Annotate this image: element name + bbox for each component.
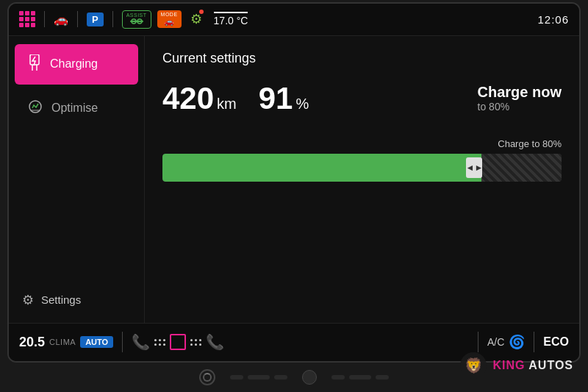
charge-percent-value: 91 [259,81,293,116]
bottom-divider-1 [122,332,123,352]
sidebar-spacer [9,130,144,283]
auto-badge[interactable]: AUTO [80,336,113,348]
progress-label: Charge to 80% [162,138,562,149]
cabin-temp-value: 20.5 [19,335,45,350]
assist-badge[interactable]: ASSIST [122,10,151,29]
optimise-icon [28,99,43,118]
menu-dots-right-icon[interactable] [190,339,201,346]
divider-2 [77,11,78,27]
content-panel: Current settings 420 km 91 % Charge now … [145,36,579,323]
bottom-divider-2 [478,332,478,352]
sidebar: Charging Optimise ⚙ Settings [9,36,145,323]
back-button[interactable] [302,370,317,385]
fan-icon[interactable]: 🌀 [509,334,525,350]
settings-gear-icon[interactable]: ⚙ [190,11,202,27]
charge-now-block[interactable]: Charge now to 80% [478,84,562,113]
settings-label: Settings [41,293,81,306]
optimise-label: Optimise [51,101,98,115]
sidebar-item-charging[interactable]: Charging [15,44,138,85]
watermark-text: KING AUTOS [492,359,573,372]
phone-right-icon[interactable]: 📞 [206,333,224,351]
vol-bar [248,375,270,379]
settings-icon: ⚙ [22,292,34,308]
mode-icon: 🚗 [164,17,174,26]
eco-label: ECO [543,335,569,349]
volume-controls [230,375,287,379]
power-button[interactable] [199,369,215,385]
top-bar-left: 🚗 P ASSIST MODE 🚗 ⚙ 17.0 [19,10,530,29]
car-infotainment-screen: 🚗 P ASSIST MODE 🚗 ⚙ 17.0 [7,2,581,363]
progress-remainder [481,154,562,182]
progress-bar-handle[interactable]: ◄► [466,157,482,178]
main-area: Charging Optimise ⚙ Settings [9,36,579,323]
handle-arrows-icon: ◄► [466,163,484,173]
bottom-divider-3 [534,332,534,352]
charge-now-sub: to 80% [478,101,562,113]
content-title: Current settings [162,51,562,66]
parking-badge[interactable]: P [87,13,104,26]
clock-display: 12:06 [537,13,569,26]
temperature-display: 17.0 °C [214,12,248,26]
assist-label: ASSIST [126,13,147,18]
charging-icon [28,54,41,74]
tune-controls [331,375,389,379]
settings-row[interactable]: ⚙ Settings [22,292,131,308]
clima-label: CLIMA [49,338,76,346]
charge-percent-unit: % [295,96,309,113]
mode-badge[interactable]: MODE 🚗 [157,10,182,28]
stats-row: 420 km 91 % Charge now to 80% [162,81,562,116]
vol-down-btn[interactable] [230,375,243,379]
assist-icons [130,18,143,26]
charge-now-label: Charge now [478,84,562,101]
tune-bar [349,375,371,379]
car-icon[interactable]: 🚗 [54,13,68,26]
progress-area: Charge to 80% ◄► [162,138,562,182]
phone-icon[interactable]: 📞 [132,333,150,351]
divider-1 [44,11,45,27]
menu-dots-icon[interactable] [154,339,165,346]
divider-3 [112,11,113,27]
charging-label: Charging [50,57,98,71]
vol-up-btn[interactable] [274,375,287,379]
media-square-icon[interactable] [170,334,186,350]
sidebar-bottom: ⚙ Settings [9,283,144,317]
tune-up-btn[interactable] [376,375,389,379]
sidebar-item-optimise[interactable]: Optimise [15,89,138,128]
apps-icon[interactable] [19,11,35,27]
clima-section: 20.5 CLIMA AUTO [19,335,113,350]
tune-down-btn[interactable] [331,375,345,379]
power-icon [203,373,212,382]
mode-label: MODE [161,12,178,17]
ac-label[interactable]: A/C [487,336,504,348]
range-stat: 420 km [162,81,237,116]
progress-bar-track[interactable]: ◄► [162,154,562,182]
range-unit: km [217,96,237,113]
charge-stat: 91 % [259,81,309,116]
watermark: 🦁 KING AUTOS [460,352,573,379]
top-bar: 🚗 P ASSIST MODE 🚗 ⚙ 17.0 [9,4,579,36]
watermark-logo: 🦁 [460,352,487,379]
progress-bar-fill: ◄► [162,154,481,182]
notification-dot [199,10,204,14]
range-value: 420 [162,81,214,116]
